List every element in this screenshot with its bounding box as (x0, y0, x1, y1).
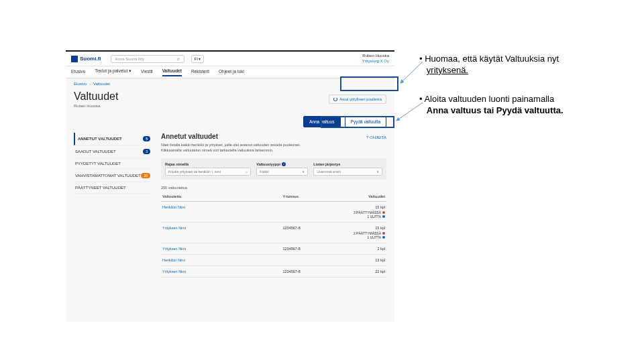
sidebar-pyydetyt[interactable]: PYYDETYT VALTUUDET (74, 158, 152, 170)
user-org: Yritys/org X Oy (362, 59, 389, 64)
filter-sort-label: Listan järjestys (313, 162, 382, 166)
badge: 5 (143, 136, 150, 141)
filter-sort-select[interactable]: Uusimmat ensin▾ (313, 168, 382, 176)
nav-rekisterit[interactable]: Rekisterit (191, 69, 209, 76)
nav-tiedot[interactable]: Tiedot ja palvelut ▾ (95, 68, 131, 76)
chevron-down-icon: ▾ (303, 170, 305, 174)
sidebar-paattyneet[interactable]: PÄÄTTYNEET VALTUUDET (74, 182, 152, 194)
search-icon: ⌕ (177, 56, 180, 61)
refresh-icon (333, 97, 337, 101)
search-icon: ⌕ (246, 170, 248, 174)
filter-bar: Rajaa nimellä Kirjoita yrityksen tai hen… (161, 158, 386, 180)
filter-name-input[interactable]: Kirjoita yrityksen tai henkilön t. nimi⌕ (165, 168, 251, 176)
action-buttons: Anna valtuus Pyydä valtuutta (66, 113, 394, 133)
table-header: Valtuutettu Y-tunnus Valtuudet (161, 192, 386, 202)
user-name: Ruben Huuska (362, 54, 389, 58)
content: Annetut valtuudet ? OHJEITA Näet listall… (161, 133, 386, 278)
table-row[interactable]: Henkilön Nimi13 kpl (161, 255, 386, 266)
sidebar-annetut[interactable]: ANNETUT VALTUUDET5 (74, 133, 152, 145)
filter-type-label: Valtuustyyppii (256, 162, 308, 166)
pyyda-valtuutta-button[interactable]: Pyydä valtuutta (345, 116, 386, 127)
chevron-down-icon: ▾ (199, 56, 201, 61)
chevron-down-icon: ▾ (129, 68, 131, 73)
search-placeholder: Anna Suomi.fi/ty (115, 57, 145, 61)
table-row[interactable]: Yrityksen Nimi1234567-82 kpl (161, 243, 386, 255)
logo-text: Suomi.fi (80, 56, 101, 62)
nav-ohjeet[interactable]: Ohjeet ja tuki (219, 69, 244, 76)
user-info[interactable]: Ruben Huuska Yritys/org X Oy (362, 54, 389, 63)
nav-viestit[interactable]: Viestit (141, 69, 153, 76)
logo-icon (71, 56, 78, 62)
annotation-2: • Aloita valtuuden luonti painamalla Ann… (419, 94, 634, 117)
help-link[interactable]: ? OHJEITA (366, 135, 386, 139)
sidebar: ANNETUT VALTUUDET5 SAADUT VALTUUDET3 PYY… (74, 133, 152, 278)
result-count: 255 valtuutettua (161, 184, 386, 192)
nav-etusivu[interactable]: Etusivu (71, 69, 85, 76)
language-select[interactable]: FI▾ (191, 55, 204, 63)
page-title: Valtuudet (74, 90, 118, 103)
logo[interactable]: Suomi.fi (71, 56, 101, 62)
app-screenshot: Suomi.fi Anna Suomi.fi/ty ⌕ FI▾ Ruben Hu… (66, 50, 394, 322)
help-icon: ? (366, 135, 368, 139)
main-area: ANNETUT VALTUUDET5 SAADUT VALTUUDET3 PYY… (66, 133, 394, 278)
topbar: Suomi.fi Anna Suomi.fi/ty ⌕ FI▾ Ruben Hu… (66, 52, 394, 66)
filter-name-label: Rajaa nimellä (165, 162, 251, 166)
badge: 3 (143, 149, 150, 154)
main-nav: Etusivu Tiedot ja palvelut ▾ Viestit Val… (66, 66, 394, 78)
info-icon: i (282, 162, 286, 166)
anna-valtuus-button[interactable]: Anna valtuus (303, 116, 341, 127)
crumb-current: Valtuudet (93, 82, 110, 86)
breadcrumb: Etusivu › Valtuudet (66, 78, 394, 89)
table-row[interactable]: Henkilön Nimi15 kpl3 PÄÄTTYMÄSSÄ1 UUTTA (161, 202, 386, 223)
page-header: Valtuudet Ruben Huuska Asioi yrityksen p… (66, 89, 394, 113)
filter-type-select[interactable]: Kaikki▾ (256, 168, 308, 176)
table-row[interactable]: Yrityksen Nimi1234567-815 kpl2 PÄÄTTYMÄS… (161, 223, 386, 243)
page-subtitle: Ruben Huuska (74, 104, 118, 108)
sidebar-saadut[interactable]: SAADUT VALTUUDET3 (74, 145, 152, 158)
table-row[interactable]: Yrityksen Nimi1234567-822 kpl (161, 266, 386, 278)
content-desc: Näet listalla kaikki henkilöt ja yrityks… (161, 143, 386, 153)
nav-valtuudet[interactable]: Valtuudet (162, 68, 182, 76)
crumb-sep: › (89, 82, 91, 86)
badge: 20 (141, 173, 150, 178)
chevron-down-icon: ▾ (377, 170, 379, 174)
crumb-home[interactable]: Etusivu (74, 82, 87, 86)
sidebar-vahvistamattomat[interactable]: VAHVISTAMATTOMAT VALTUUDET20 (74, 170, 152, 182)
switch-company-button[interactable]: Asioi yrityksen puolesta (329, 95, 386, 104)
results-table: Valtuutettu Y-tunnus Valtuudet Henkilön … (161, 192, 386, 278)
content-title: Annetut valtuudet (161, 133, 218, 140)
search-input[interactable]: Anna Suomi.fi/ty ⌕ (111, 55, 184, 63)
annotation-1: • Huomaa, että käytät Valtuuksia nyt yri… (419, 54, 627, 76)
